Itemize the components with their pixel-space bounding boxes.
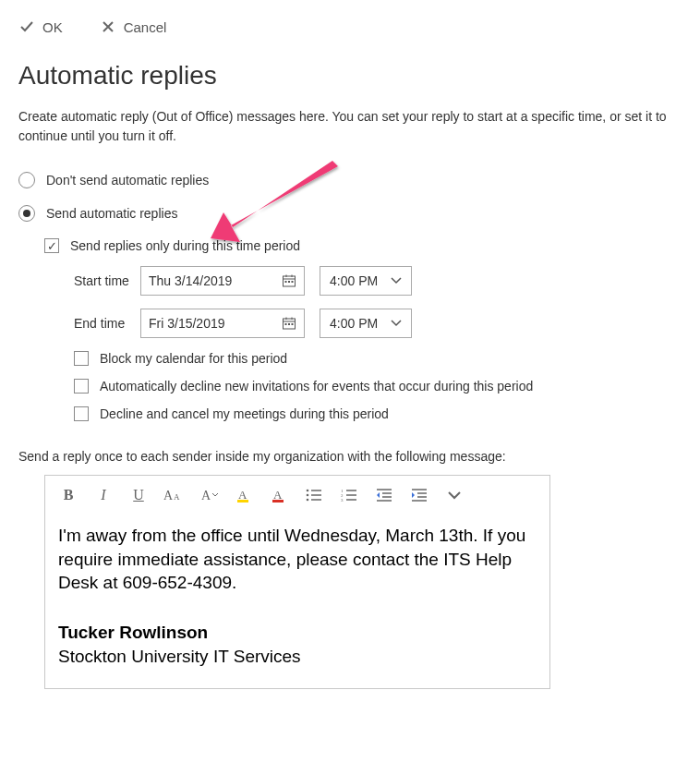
radio-label: Send automatic replies xyxy=(46,206,177,221)
svg-rect-4 xyxy=(285,281,287,283)
checkbox-icon[interactable] xyxy=(74,379,89,394)
radio-icon[interactable] xyxy=(18,172,35,188)
svg-rect-13 xyxy=(292,323,294,325)
close-icon xyxy=(100,18,116,35)
ok-button[interactable]: OK xyxy=(18,18,63,35)
svg-rect-18 xyxy=(237,500,248,503)
svg-point-21 xyxy=(307,490,309,492)
page-description: Create automatic reply (Out of Office) m… xyxy=(18,107,682,146)
start-time-value: 4:00 PM xyxy=(330,273,378,288)
svg-rect-5 xyxy=(288,281,290,283)
checkbox-label: Automatically decline new invitations fo… xyxy=(100,379,533,394)
end-time-row: End time Fri 3/15/2019 4:00 PM xyxy=(74,309,682,338)
message-body-text: I'm away from the office until Wednesday… xyxy=(58,524,537,595)
ok-label: OK xyxy=(42,19,63,35)
numbered-list-button[interactable]: 123 xyxy=(339,485,359,505)
end-date-value: Fri 3/15/2019 xyxy=(149,316,225,331)
underline-button[interactable]: U xyxy=(128,485,149,505)
editor-toolbar: B I U AA A A A 123 xyxy=(45,476,549,515)
highlight-button[interactable]: A xyxy=(234,485,254,505)
top-action-bar: OK Cancel xyxy=(18,18,682,35)
start-date-input[interactable]: Thu 3/14/2019 xyxy=(140,266,305,296)
start-date-value: Thu 3/14/2019 xyxy=(149,273,232,288)
italic-button[interactable]: I xyxy=(93,485,114,505)
check-icon xyxy=(18,18,35,35)
svg-rect-6 xyxy=(292,281,294,283)
font-color-button[interactable]: A xyxy=(269,485,289,505)
indent-button[interactable] xyxy=(409,485,429,505)
svg-rect-20 xyxy=(272,500,284,503)
checkbox-icon[interactable] xyxy=(74,351,89,366)
svg-text:A: A xyxy=(201,489,211,503)
chevron-down-icon xyxy=(391,320,402,327)
checkbox-icon[interactable] xyxy=(44,238,59,253)
chevron-down-icon xyxy=(391,277,402,285)
start-time-row: Start time Thu 3/14/2019 4:00 PM xyxy=(74,266,682,296)
checkbox-label: Block my calendar for this period xyxy=(100,351,287,366)
bold-button[interactable]: B xyxy=(58,485,78,505)
svg-rect-11 xyxy=(285,323,287,325)
svg-text:3: 3 xyxy=(341,498,344,503)
svg-text:A: A xyxy=(238,488,247,502)
checkbox-block-calendar[interactable]: Block my calendar for this period xyxy=(74,351,682,366)
end-time-input[interactable]: 4:00 PM xyxy=(320,309,412,338)
radio-send[interactable]: Send automatic replies xyxy=(18,205,682,222)
svg-point-22 xyxy=(307,494,309,497)
radio-dont-send[interactable]: Don't send automatic replies xyxy=(18,172,682,188)
calendar-icon xyxy=(282,273,296,288)
calendar-icon xyxy=(282,316,296,331)
font-color-caret-button[interactable]: A xyxy=(199,485,219,505)
radio-icon[interactable] xyxy=(18,205,35,222)
editor-body[interactable]: I'm away from the office until Wednesday… xyxy=(45,515,549,688)
signature-name: Tucker Rowlinson xyxy=(58,621,537,645)
page-title: Automatic replies xyxy=(18,61,682,91)
checkbox-label: Send replies only during this time perio… xyxy=(70,238,300,253)
editor: B I U AA A A A 123 xyxy=(44,475,550,689)
signature-org: Stockton University IT Services xyxy=(58,645,537,669)
checkbox-label: Decline and cancel my meetings during th… xyxy=(100,406,389,421)
checkbox-icon[interactable] xyxy=(74,406,89,421)
svg-point-23 xyxy=(307,499,309,502)
outdent-button[interactable] xyxy=(374,485,394,505)
font-size-button[interactable]: AA xyxy=(163,485,184,505)
svg-text:A: A xyxy=(273,488,283,502)
checkbox-cancel-meetings[interactable]: Decline and cancel my meetings during th… xyxy=(74,406,682,421)
more-formatting-button[interactable] xyxy=(444,485,465,505)
start-time-input[interactable]: 4:00 PM xyxy=(320,266,412,296)
cancel-button[interactable]: Cancel xyxy=(100,18,167,35)
cancel-label: Cancel xyxy=(124,19,167,35)
radio-label: Don't send automatic replies xyxy=(46,173,209,188)
svg-text:A: A xyxy=(163,489,174,503)
end-time-label: End time xyxy=(74,316,140,331)
start-time-label: Start time xyxy=(74,273,140,288)
message-section-label: Send a reply once to each sender inside … xyxy=(18,449,682,464)
checkbox-time-period[interactable]: Send replies only during this time perio… xyxy=(44,238,682,253)
end-date-input[interactable]: Fri 3/15/2019 xyxy=(140,309,305,338)
svg-text:A: A xyxy=(174,492,180,502)
bullet-list-button[interactable] xyxy=(304,485,324,505)
checkbox-auto-decline[interactable]: Automatically decline new invitations fo… xyxy=(74,379,682,394)
svg-rect-12 xyxy=(288,323,290,325)
end-time-value: 4:00 PM xyxy=(330,316,378,331)
